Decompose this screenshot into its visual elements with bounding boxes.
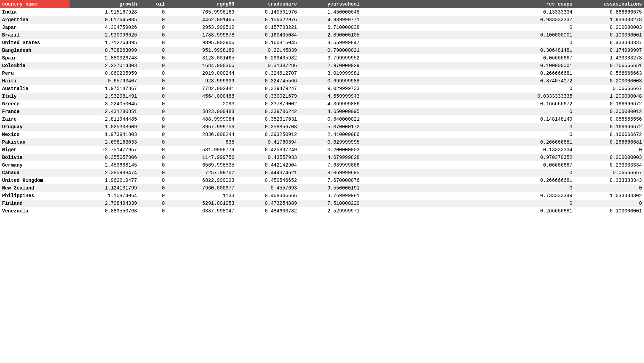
cell-rgdp60: 923.999939 (167, 77, 236, 85)
cell-rev_coups: 0.733333349 (362, 192, 574, 200)
table-row: Peru0.06020595902019.0002440.3246127073.… (0, 70, 644, 77)
cell-growth: 1.15874064 (70, 192, 139, 200)
table-row: Brazil2.93009662601783.9998780.160405084… (0, 31, 644, 39)
cell-yearsschool: 2.410000086 (299, 131, 362, 138)
cell-yearsschool: 0.699999988 (299, 77, 362, 85)
cell-country_name: Niger (0, 146, 70, 154)
cell-country_name: Pakistan (0, 138, 70, 146)
table-row: Mexico1.97394180302836.0002440.393250912… (0, 131, 644, 138)
cell-rev_coups: 0.970370352 (362, 154, 574, 161)
cell-oil: 0 (139, 161, 167, 169)
cell-country_name: New Zealand (0, 184, 70, 192)
cell-assasinations: 0.100000001 (574, 207, 644, 215)
data-table: country_name growth oil rgdp60 tradeshar… (0, 0, 644, 215)
cell-rev_coups: 0.148148149 (362, 115, 574, 123)
cell-tradeshare: 0.473254889 (236, 200, 299, 207)
cell-oil: 0 (139, 16, 167, 24)
cell-yearsschool: 2.970000029 (299, 62, 362, 70)
cell-yearsschool: 7.670000076 (299, 177, 362, 184)
table-row: India1.9151679280765.99981690.1405019761… (0, 8, 644, 16)
cell-tradeshare: 0.43557933 (236, 154, 299, 161)
cell-rgdp60: 7257.99707 (167, 169, 236, 177)
cell-rgdp60: 1783.999878 (167, 31, 236, 39)
cell-assasinations: 0 (574, 200, 644, 207)
cell-yearsschool: 4.369999886 (299, 100, 362, 108)
cell-tradeshare: 0.425837249 (236, 146, 299, 154)
cell-country_name: Bangladesh (0, 47, 70, 54)
cell-assasinations: 0.300000012 (574, 108, 644, 115)
cell-oil: 0 (139, 184, 167, 192)
table-row: Italy2.93298149104564.0004880.3300216794… (0, 92, 644, 100)
cell-yearsschool: 8.659999847 (299, 39, 362, 47)
cell-country_name: Germany (0, 161, 70, 169)
cell-assasinations: 0.174999997 (574, 47, 644, 54)
cell-oil: 0 (139, 92, 167, 100)
table-row: Bangladesh0.7082630990951.99981690.22145… (0, 47, 644, 54)
cell-oil: 0 (139, 115, 167, 123)
cell-oil: 0 (139, 200, 167, 207)
cell-growth: -2.811944485 (70, 115, 139, 123)
cell-tradeshare: 0.330021679 (236, 92, 299, 100)
table-row: Australia1.97514736707782.0024410.329479… (0, 85, 644, 92)
header-growth: growth (70, 0, 139, 8)
cell-tradeshare: 0.393250912 (236, 131, 299, 138)
cell-tradeshare: 0.339706242 (236, 108, 299, 115)
cell-growth: 2.798494339 (70, 200, 139, 207)
cell-rgdp60: 6822.999023 (167, 177, 236, 184)
cell-assasinations: 0.233333334 (574, 161, 644, 169)
cell-oil: 0 (139, 31, 167, 39)
cell-assasinations: 0.166666672 (574, 123, 644, 131)
cell-country_name: Italy (0, 92, 70, 100)
cell-growth: -0.883550763 (70, 207, 139, 215)
table-row: Niger-2.7514779570531.99987790.425837249… (0, 146, 644, 154)
cell-rev_coups: 0 (362, 184, 574, 192)
cell-yearsschool: 5.070000172 (299, 123, 362, 131)
cell-oil: 0 (139, 123, 167, 131)
cell-rgdp60: 5823.000488 (167, 108, 236, 115)
cell-oil: 0 (139, 77, 167, 85)
cell-yearsschool: 0.790000021 (299, 47, 362, 54)
cell-tradeshare: 0.299405932 (236, 54, 299, 62)
cell-rev_coups: 0 (362, 169, 574, 177)
cell-rev_coups: 0.06666667 (362, 54, 574, 62)
cell-country_name: Australia (0, 85, 70, 92)
cell-growth: 2.431280851 (70, 108, 139, 115)
cell-oil: 0 (139, 70, 167, 77)
cell-country_name: Haiti (0, 77, 70, 85)
cell-oil: 0 (139, 177, 167, 184)
cell-assasinations: 0.266666681 (574, 138, 644, 146)
cell-yearsschool: 3.799999952 (299, 54, 362, 62)
cell-assasinations: 0.433333337 (574, 39, 644, 47)
cell-assasinations: 0.06666667 (574, 169, 644, 177)
cell-growth: 2.227014303 (70, 62, 139, 70)
cell-assasinations: 0.200000003 (574, 77, 644, 85)
cell-oil: 0 (139, 62, 167, 70)
cell-growth: 2.453688145 (70, 161, 139, 169)
cell-rgdp60: 6569.998535 (167, 161, 236, 169)
cell-tradeshare: 0.352317631 (236, 115, 299, 123)
cell-tradeshare: 0.41760394 (236, 138, 299, 146)
cell-rev_coups: 0 (362, 39, 574, 47)
table-row: Germany2.45368814506569.9985350.44214290… (0, 161, 644, 169)
cell-rgdp60: 2953.999512 (167, 24, 236, 31)
cell-rgdp60: 2093 (167, 100, 236, 108)
cell-rev_coups: 0.266666681 (362, 177, 574, 184)
cell-growth: 1.973941803 (70, 131, 139, 138)
cell-oil: 0 (139, 24, 167, 31)
cell-assasinations: 1.433333278 (574, 54, 644, 62)
cell-oil: 0 (139, 100, 167, 108)
cell-rgdp60: 1133 (167, 192, 236, 200)
cell-tradeshare: 0.140501976 (236, 8, 299, 16)
cell-rgdp60: 2836.000244 (167, 131, 236, 138)
cell-assasinations: 0.766666651 (574, 62, 644, 70)
cell-rgdp60: 7782.002441 (167, 85, 236, 92)
cell-assasinations: 0.055555556 (574, 115, 644, 123)
cell-yearsschool: 0.629999995 (299, 138, 362, 146)
cell-yearsschool: 9.029999733 (299, 85, 362, 92)
cell-country_name: India (0, 8, 70, 16)
cell-growth: 1.962219477 (70, 177, 139, 184)
cell-oil: 0 (139, 85, 167, 92)
table-row: Canada2.38598847407257.997070.4443746218… (0, 169, 644, 177)
cell-yearsschool: 1.450000048 (299, 8, 362, 16)
table-row: Pakistan2.69816303306380.417603940.62999… (0, 138, 644, 146)
